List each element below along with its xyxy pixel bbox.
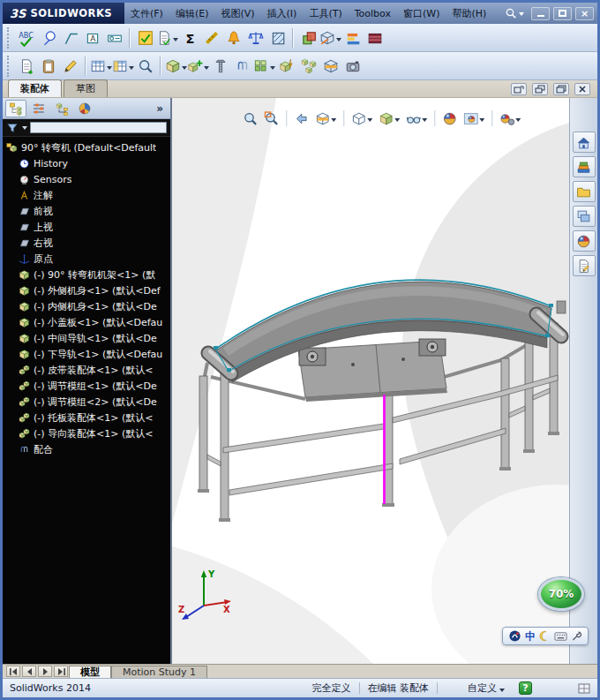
status-custom-selector[interactable]: 自定义 xyxy=(468,681,497,695)
insert-component-button[interactable] xyxy=(165,55,187,78)
tree-item-front-plane[interactable]: 前视 xyxy=(3,203,170,219)
tree-item-right-plane[interactable]: 右视 xyxy=(3,235,170,251)
display-style-button[interactable] xyxy=(377,109,401,128)
annotation-pencil-button[interactable] xyxy=(59,55,81,78)
tree-item-sensors[interactable]: Sensors xyxy=(3,171,170,187)
minimize-button[interactable] xyxy=(531,7,550,20)
featuremanager-tab[interactable] xyxy=(5,100,26,117)
tree-item-mates[interactable]: 配合 xyxy=(3,441,170,457)
custom-properties-button[interactable] xyxy=(573,255,596,276)
filter-input[interactable] xyxy=(30,122,167,133)
menu-toolbox[interactable]: Toolbox xyxy=(349,3,397,24)
balloon-note-button[interactable] xyxy=(37,26,59,49)
doc-float-button[interactable] xyxy=(511,83,527,95)
magnified-selection-button[interactable] xyxy=(134,55,156,78)
close-button[interactable]: × xyxy=(575,7,594,20)
dropdown-icon[interactable] xyxy=(367,118,372,124)
tree-item-subassembly[interactable]: (-) 托板装配体<1> (默认< xyxy=(3,410,170,425)
ime-language-mode-button[interactable]: 中 xyxy=(525,631,536,642)
dropdown-icon[interactable] xyxy=(479,118,484,124)
search-dropdown-icon[interactable] xyxy=(519,12,524,19)
section-properties-button[interactable] xyxy=(266,26,289,49)
tree-item-subassembly[interactable]: (-) 调节模组<1> (默认<De xyxy=(3,378,170,394)
deviation-analysis-button[interactable] xyxy=(364,26,386,49)
ime-keyboard-icon[interactable] xyxy=(554,631,567,642)
surface-finish-button[interactable] xyxy=(59,26,81,49)
status-grid-icon[interactable] xyxy=(578,683,590,694)
tab-scroll-last-button[interactable] xyxy=(54,666,68,677)
tree-item-root[interactable]: 90° 转弯机 (Default<Default xyxy=(3,139,170,155)
section-view-button[interactable] xyxy=(313,109,338,128)
assembly-visualization-button[interactable] xyxy=(341,26,364,49)
bill-of-materials-button[interactable] xyxy=(90,55,112,78)
zoom-to-fit-button[interactable] xyxy=(241,109,259,128)
view-palette-button[interactable] xyxy=(573,206,596,227)
menu-help[interactable]: 帮助(H) xyxy=(446,3,492,24)
tree-item-history[interactable]: History xyxy=(3,155,170,171)
filter-dropdown-icon[interactable] xyxy=(22,126,27,132)
solidworks-resources-button[interactable] xyxy=(573,132,596,153)
filter-funnel-icon[interactable] xyxy=(6,122,19,134)
ime-logo-icon[interactable] xyxy=(508,629,521,643)
camera-view-button[interactable] xyxy=(341,55,364,78)
tree-item-subassembly[interactable]: (-) 导向装配体<1> (默认< xyxy=(3,425,170,441)
search-button[interactable] xyxy=(501,6,528,20)
design-table-button[interactable] xyxy=(112,55,134,78)
doc-dock-button[interactable] xyxy=(532,83,548,95)
tree-item-component[interactable]: (-) 外侧机身<1> (默认<Def xyxy=(3,282,170,298)
tab-scroll-first-button[interactable] xyxy=(6,666,20,677)
edit-appearance-button[interactable] xyxy=(440,109,459,128)
tree-item-origin[interactable]: 原点 xyxy=(3,251,170,267)
tab-assembly[interactable]: 装配体 xyxy=(8,79,62,97)
tree-item-component[interactable]: (-) 下导轨<1> (默认<Defau xyxy=(3,346,170,362)
equations-button[interactable]: Σ xyxy=(178,26,200,49)
tab-scroll-prev-button[interactable] xyxy=(22,666,36,677)
tab-scroll-next-button[interactable] xyxy=(38,666,52,677)
paste-button[interactable] xyxy=(37,55,59,78)
view-settings-button[interactable] xyxy=(498,109,522,128)
tree-item-subassembly[interactable]: (-) 皮带装配体<1> (默认< xyxy=(3,362,170,378)
tree-item-component[interactable]: (-) 中间导轨<1> (默认<De xyxy=(3,330,170,346)
assembly-section-button[interactable] xyxy=(319,55,341,78)
dropdown-icon[interactable] xyxy=(515,118,521,124)
datum-feature-button[interactable]: A xyxy=(81,26,103,49)
doc-close-button[interactable] xyxy=(574,83,590,95)
tree-item-top-plane[interactable]: 上视 xyxy=(3,219,170,235)
design-library-button[interactable] xyxy=(573,156,596,177)
tree-item-component[interactable]: (-) 内侧机身<1> (默认<De xyxy=(3,298,170,314)
component-preview-button[interactable] xyxy=(187,55,209,78)
ime-wrench-icon[interactable] xyxy=(571,630,582,642)
menu-tools[interactable]: 工具(T) xyxy=(303,3,348,24)
tab-sketch[interactable]: 草图 xyxy=(64,79,108,97)
check-document-button[interactable] xyxy=(156,26,178,49)
spell-check-button[interactable]: ABC xyxy=(15,26,37,49)
displaymanager-tab[interactable] xyxy=(74,100,95,117)
menu-insert[interactable]: 插入(I) xyxy=(261,3,304,24)
maximize-button[interactable] xyxy=(553,7,572,20)
menu-window[interactable]: 窗口(W) xyxy=(397,3,446,24)
new-document-button[interactable] xyxy=(15,55,37,78)
exploded-view-button[interactable] xyxy=(297,55,319,78)
hide-show-items-button[interactable] xyxy=(404,109,429,128)
propertymanager-tab[interactable] xyxy=(28,100,49,117)
configurationmanager-tab[interactable] xyxy=(51,100,72,117)
ime-fullwidth-moon-icon[interactable] xyxy=(539,630,551,642)
tab-model[interactable]: 模型 xyxy=(69,666,111,678)
dropdown-icon[interactable] xyxy=(394,118,400,124)
status-help-button[interactable]: ? xyxy=(519,681,532,695)
design-checker-button[interactable] xyxy=(134,26,156,49)
toolbar-drag-handle[interactable] xyxy=(7,56,11,77)
doc-restore-button[interactable] xyxy=(553,83,569,95)
apply-scene-button[interactable] xyxy=(461,109,486,128)
smart-component-button[interactable] xyxy=(275,55,297,78)
panel-expand-chevron[interactable]: » xyxy=(152,102,168,115)
view-orientation-button[interactable] xyxy=(349,109,374,128)
dropdown-icon[interactable] xyxy=(331,118,336,124)
performance-evaluation-button[interactable] xyxy=(222,26,244,49)
tree-item-subassembly[interactable]: (-) 调节模组<2> (默认<De xyxy=(3,394,170,410)
menu-file[interactable]: 文件(F) xyxy=(124,3,169,24)
clearance-verification-button[interactable] xyxy=(319,26,341,49)
zoom-percentage-badge[interactable]: 70% xyxy=(538,577,584,611)
tree-item-component[interactable]: (-) 小盖板<1> (默认<Defau xyxy=(3,314,170,330)
previous-view-button[interactable] xyxy=(292,109,311,128)
